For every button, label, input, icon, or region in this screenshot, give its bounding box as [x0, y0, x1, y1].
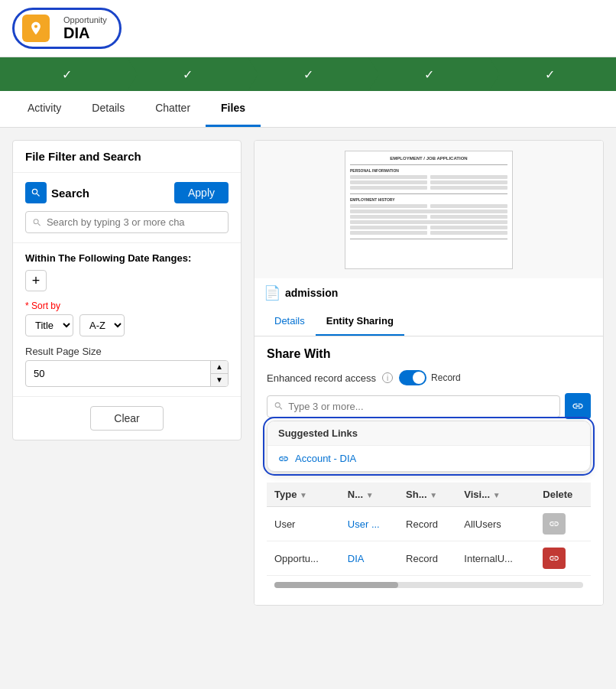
search-row: Search Apply — [25, 182, 229, 203]
opportunity-icon — [22, 15, 50, 42]
header-subtitle: Opportunity — [63, 15, 107, 24]
sort-selects: Title A-Z — [25, 314, 229, 336]
search-icon — [25, 182, 47, 203]
type-input-wrap: Suggested Links Account - DIA — [267, 393, 591, 472]
row2-name: DIA — [340, 541, 398, 576]
apply-button[interactable]: Apply — [174, 182, 229, 203]
row2-visibility: InternalU... — [456, 541, 535, 576]
table-row: User User ... Record AllUsers — [267, 507, 591, 541]
row1-type: User — [267, 507, 340, 541]
tab-chatter[interactable]: Chatter — [140, 91, 206, 127]
sort-field-select[interactable]: Title — [25, 314, 73, 336]
tab-activity[interactable]: Activity — [12, 91, 76, 127]
search-input-wrap — [25, 211, 229, 233]
suggestion-account-dia[interactable]: Account - DIA — [267, 446, 590, 471]
row1-name-link[interactable]: User ... — [348, 518, 380, 530]
progress-step-5: ✓ — [489, 57, 610, 91]
header-title: DIA — [63, 24, 107, 42]
sort-label: * Sort by — [25, 301, 229, 311]
admission-file-icon: 📄 — [264, 284, 280, 301]
info-icon[interactable]: i — [382, 372, 393, 383]
clear-button[interactable]: Clear — [90, 406, 163, 431]
doc-preview: EMPLOYMENT / JOB APPLICATION PERSONAL IN… — [255, 141, 603, 278]
row2-delete — [535, 541, 591, 576]
spinner-buttons: ▲ ▼ — [210, 361, 228, 386]
result-size-input-wrap: 50 ▲ ▼ — [25, 360, 229, 387]
col-sharing: Sh... ▼ — [398, 483, 456, 507]
file-preview-card: EMPLOYMENT / JOB APPLICATION PERSONAL IN… — [254, 140, 604, 606]
right-panel: EMPLOYMENT / JOB APPLICATION PERSONAL IN… — [254, 140, 604, 606]
admission-filename: admission — [285, 287, 338, 299]
doc-image: EMPLOYMENT / JOB APPLICATION PERSONAL IN… — [345, 151, 513, 269]
scrollbar — [274, 582, 583, 588]
tab-details[interactable]: Details — [76, 91, 140, 127]
tab-files[interactable]: Files — [206, 91, 261, 127]
enhanced-access-toggle[interactable] — [399, 370, 426, 385]
col-delete: Delete — [535, 483, 591, 507]
row1-name: User ... — [340, 507, 398, 541]
row1-sharing: Record — [398, 507, 456, 541]
progress-step-4: ✓ — [368, 57, 489, 91]
type-input-row — [267, 393, 591, 419]
type-search-input[interactable] — [288, 401, 553, 412]
toggle-label: Record — [431, 372, 461, 383]
enhanced-record-row: Enhanced record access i Record — [267, 370, 591, 385]
link-button[interactable] — [565, 393, 591, 419]
suggestions-dropdown: Suggested Links Account - DIA — [267, 421, 591, 472]
progress-step-2: ✓ — [127, 57, 248, 91]
enhanced-label: Enhanced record access — [267, 372, 376, 384]
file-filter-header: File Filter and Search — [13, 141, 241, 173]
header-text: Opportunity DIA — [63, 15, 107, 42]
page-header: Opportunity DIA — [0, 0, 616, 57]
inner-tabs: Details Entity Sharing — [255, 307, 603, 336]
progress-bar: ✓ ✓ ✓ ✓ ✓ — [0, 57, 616, 91]
search-label: Search — [25, 182, 89, 203]
col-visibility: Visi... ▼ — [456, 483, 535, 507]
admission-row: 📄 admission — [255, 278, 603, 307]
toggle-wrap: Record — [399, 370, 461, 385]
result-size-input[interactable]: 50 — [26, 363, 210, 384]
sort-order-select[interactable]: A-Z — [79, 314, 125, 336]
date-range-label: Within The Following Date Ranges: — [25, 252, 229, 264]
col-type: Type ▼ — [267, 483, 340, 507]
file-filter-card: File Filter and Search Search Apply — [12, 140, 242, 440]
progress-step-1: ✓ — [6, 57, 127, 91]
clear-section: Clear — [13, 396, 241, 440]
inner-tab-details[interactable]: Details — [264, 307, 316, 336]
row1-delete-button[interactable] — [543, 513, 566, 535]
filter-section: Within The Following Date Ranges: + * So… — [13, 243, 241, 396]
row2-delete-button[interactable] — [543, 548, 566, 569]
share-title: Share With — [267, 347, 591, 361]
row2-sharing: Record — [398, 541, 456, 576]
toggle-knob — [413, 372, 425, 384]
col-name: N... ▼ — [340, 483, 398, 507]
progress-step-3: ✓ — [248, 57, 368, 91]
sharing-table: Type ▼ N... ▼ Sh... ▼ Visi... ▼ Delete U… — [267, 483, 591, 576]
search-section: Search Apply — [13, 173, 241, 243]
suggested-links-label: Suggested Links — [267, 421, 590, 446]
row2-type: Opportu... — [267, 541, 340, 576]
search-input[interactable] — [47, 216, 222, 228]
main-tabs: Activity Details Chatter Files — [0, 91, 616, 128]
row2-name-link[interactable]: DIA — [348, 553, 365, 564]
left-panel: File Filter and Search Search Apply — [12, 140, 242, 606]
opportunity-header-oval: Opportunity DIA — [12, 8, 122, 49]
scrollbar-thumb — [274, 582, 398, 588]
spinner-up-button[interactable]: ▲ — [211, 361, 228, 374]
type-input-box — [267, 395, 560, 418]
row1-visibility: AllUsers — [456, 507, 535, 541]
result-size-row: Result Page Size 50 ▲ ▼ — [25, 346, 229, 387]
share-section: Share With Enhanced record access i Reco… — [255, 336, 603, 605]
inner-tab-entity-sharing[interactable]: Entity Sharing — [316, 307, 404, 336]
table-row: Opportu... DIA Record InternalU... — [267, 541, 591, 576]
add-date-range-button[interactable]: + — [25, 270, 47, 291]
main-content: File Filter and Search Search Apply — [0, 128, 616, 618]
result-size-label: Result Page Size — [25, 346, 229, 357]
spinner-down-button[interactable]: ▼ — [211, 374, 228, 386]
row1-delete — [535, 507, 591, 541]
sort-row: * Sort by Title A-Z — [25, 301, 229, 336]
